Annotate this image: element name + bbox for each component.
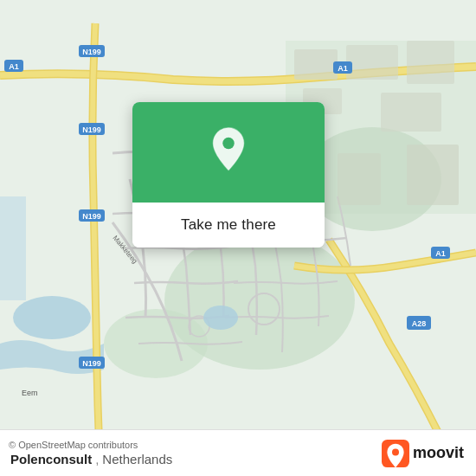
svg-point-5	[13, 296, 91, 339]
bottom-bar: © OpenStreetMap contributors Polenconsul…	[0, 429, 476, 476]
take-me-there-button[interactable]: Take me there	[132, 203, 325, 248]
svg-text:A28: A28	[412, 319, 427, 328]
svg-rect-8	[346, 45, 398, 80]
bottom-left-info: © OpenStreetMap contributors Polenconsul…	[9, 440, 172, 466]
svg-text:N199: N199	[82, 48, 101, 56]
svg-rect-12	[407, 145, 459, 205]
svg-rect-10	[381, 93, 441, 132]
moovit-icon	[382, 440, 409, 467]
popup-card: Take me there	[132, 102, 325, 248]
svg-text:A1: A1	[9, 62, 19, 71]
moovit-logo: moovit	[382, 440, 464, 467]
svg-point-37	[392, 448, 399, 455]
svg-rect-9	[407, 41, 454, 84]
location-name: Polenconsult	[10, 452, 92, 466]
svg-text:N199: N199	[82, 212, 101, 221]
svg-text:N199: N199	[82, 359, 101, 368]
moovit-text: moovit	[413, 444, 464, 462]
location-pin-icon	[205, 126, 252, 173]
location-country: Netherlands	[102, 452, 172, 466]
svg-rect-6	[0, 196, 26, 300]
svg-rect-13	[338, 153, 381, 205]
map-container: A1 A1 N199 N199 N199 N199 A28 A1 Makkete…	[0, 0, 476, 476]
svg-text:Eem: Eem	[22, 389, 38, 397]
svg-point-34	[203, 306, 238, 330]
popup-green-area	[132, 102, 325, 203]
svg-text:A1: A1	[338, 64, 348, 73]
svg-text:A1: A1	[435, 249, 446, 258]
svg-point-35	[222, 138, 235, 150]
svg-rect-7	[294, 49, 338, 80]
openstreetmap-credit: © OpenStreetMap contributors	[9, 440, 172, 450]
svg-text:N199: N199	[82, 125, 101, 134]
